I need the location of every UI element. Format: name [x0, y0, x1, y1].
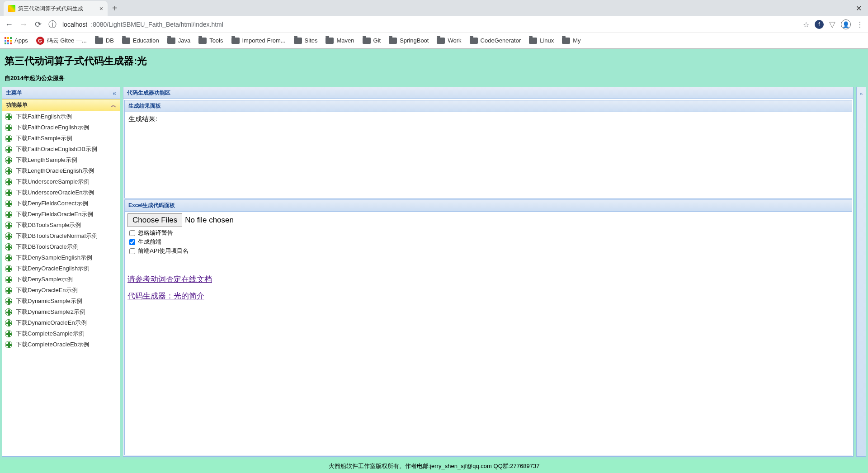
folder-icon — [389, 38, 397, 44]
bookmark-folder[interactable]: Linux — [529, 37, 554, 44]
bookmark-folder[interactable]: Imported From... — [231, 37, 286, 44]
bookmark-label: Git — [373, 37, 381, 44]
avatar-icon[interactable]: 👤 — [841, 19, 851, 29]
bookmark-label: Java — [178, 37, 190, 44]
folder-icon — [562, 38, 570, 44]
folder-icon — [363, 38, 371, 44]
folder-icon — [529, 38, 537, 44]
fedora-icon[interactable]: f — [815, 20, 824, 29]
favicon-icon — [8, 5, 15, 12]
reload-button[interactable]: ⟳ — [33, 19, 42, 29]
folder-icon — [122, 38, 130, 44]
chevron-down-icon[interactable]: ▽ — [829, 19, 835, 29]
bookmark-label: CodeGenerator — [481, 37, 521, 44]
folder-icon — [198, 38, 207, 44]
bookmark-folder[interactable]: Git — [363, 37, 381, 44]
bookmark-label: SpringBoot — [400, 37, 429, 44]
bookmark-label: Sites — [305, 37, 318, 44]
folder-icon — [470, 38, 478, 44]
folder-icon — [95, 38, 103, 44]
close-icon[interactable]: × — [99, 5, 103, 12]
bookmark-folder[interactable]: Education — [122, 37, 159, 44]
bookmark-label: 码云 Gitee —... — [47, 37, 87, 45]
apps-button[interactable]: Apps — [5, 37, 28, 44]
url-host: localhost — [62, 21, 87, 28]
folder-icon — [437, 38, 445, 44]
apps-icon — [5, 37, 12, 44]
bookmark-label: Maven — [336, 37, 354, 44]
url-input[interactable]: localhost:8080/LightSBMEU_Faith_Beta/htm… — [62, 21, 797, 28]
bookmark-folder[interactable]: Tools — [198, 37, 223, 44]
gitee-icon: G — [36, 37, 44, 45]
bookmark-folder[interactable]: CodeGenerator — [470, 37, 521, 44]
tab-bar: 第三代动词算子式代码生成 × + ✕ — [0, 0, 868, 16]
forward-button[interactable]: → — [19, 20, 28, 29]
bookmark-label: Imported From... — [242, 37, 286, 44]
bookmark-label: Education — [133, 37, 159, 44]
apps-label: Apps — [14, 37, 28, 44]
bookmark-label: Tools — [209, 37, 223, 44]
window-close-button[interactable]: ✕ — [856, 4, 862, 13]
bookmark-gitee[interactable]: G 码云 Gitee —... — [36, 37, 87, 45]
menu-icon[interactable]: ⋮ — [856, 20, 863, 29]
bookmark-folder[interactable]: Maven — [326, 37, 354, 44]
bookmark-folder[interactable]: Work — [437, 37, 461, 44]
bookmark-label: Linux — [540, 37, 554, 44]
folder-icon — [167, 38, 175, 44]
bookmark-folder[interactable]: My — [562, 37, 580, 44]
tab-title: 第三代动词算子式代码生成 — [18, 5, 97, 13]
info-icon[interactable]: ⓘ — [48, 19, 57, 30]
star-icon[interactable]: ☆ — [803, 20, 809, 29]
url-path: :8080/LightSBMEU_Faith_Beta/html/index.h… — [91, 21, 223, 28]
bookmark-folder[interactable]: SpringBoot — [389, 37, 429, 44]
folder-icon — [326, 38, 334, 44]
bookmark-label: My — [573, 37, 580, 44]
bookmark-folder[interactable]: Sites — [294, 37, 318, 44]
new-tab-button[interactable]: + — [112, 3, 118, 14]
bookmark-folder[interactable]: DB — [95, 37, 114, 44]
browser-chrome: 第三代动词算子式代码生成 × + ✕ ← → ⟳ ⓘ localhost:808… — [0, 0, 868, 49]
folder-icon — [294, 38, 302, 44]
folder-icon — [231, 38, 240, 44]
back-button[interactable]: ← — [5, 20, 14, 29]
bookmark-folder[interactable]: Java — [167, 37, 190, 44]
browser-tab[interactable]: 第三代动词算子式代码生成 × — [4, 1, 108, 16]
address-bar: ← → ⟳ ⓘ localhost:8080/LightSBMEU_Faith_… — [0, 16, 868, 33]
bookmark-label: DB — [106, 37, 114, 44]
bookmark-label: Work — [448, 37, 461, 44]
bookmarks-bar: Apps G 码云 Gitee —... DBEducationJavaTool… — [0, 33, 868, 48]
